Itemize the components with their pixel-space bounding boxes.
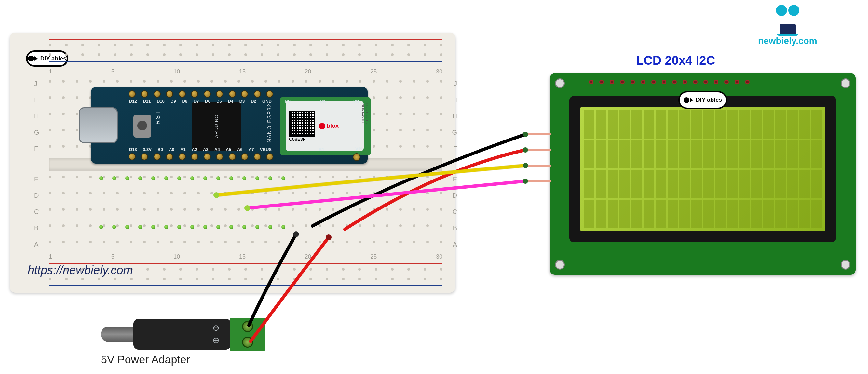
pin-label: D4 (228, 99, 233, 104)
pin-label: D13 (129, 147, 137, 152)
qr-code-icon (289, 111, 315, 136)
pin-label: TX1 (352, 99, 360, 104)
row-label: D (453, 192, 457, 199)
pin-label: D10 (157, 99, 165, 104)
lcd-bezel (569, 96, 836, 242)
arduino-pins-bottom (128, 153, 273, 160)
lcd-title: LCD 20x4 I2C (636, 54, 715, 68)
polarity-plus-icon: ⊕ (210, 335, 222, 345)
module-model: NORA-W106 (361, 103, 365, 124)
pin-label: A5 (226, 147, 231, 152)
usb-c-icon (79, 107, 118, 143)
col-num: 5 (111, 253, 115, 260)
row-label: J (454, 80, 457, 88)
breadboard-top-rail (49, 39, 442, 62)
pin-label: 3.3V (143, 147, 152, 152)
site-url: https://newbiely.com (28, 263, 133, 277)
screw-icon (841, 79, 850, 88)
row-label: B (453, 224, 457, 232)
row-label: A (453, 241, 457, 248)
adapter-body: ⊖ ⊕ (133, 319, 231, 350)
diyables-text: DIY ables (696, 97, 722, 102)
pin-label: RST (285, 99, 293, 104)
laptop-icon (779, 24, 796, 34)
lcd-20x4-i2c: DIY ables (550, 73, 856, 275)
pin-label: A6 (237, 147, 243, 152)
row-label: E (34, 176, 38, 183)
pin-label: D9 (170, 99, 176, 104)
board-variant: NANO ESP32 (267, 103, 272, 143)
pin-label: A1 (180, 147, 186, 152)
lcd-screen (580, 107, 825, 231)
adapter-label: 5V Power Adapter (101, 353, 190, 366)
row-label: I (34, 96, 36, 104)
screw-icon (555, 260, 565, 270)
pin-label: D3 (240, 99, 245, 104)
row-label: I (455, 96, 457, 104)
polarity-minus-icon: ⊖ (210, 323, 222, 333)
reset-label: RST (155, 110, 161, 125)
row-label: H (453, 113, 457, 120)
col-num: 1 (49, 253, 52, 260)
qr-value: C08E3F (289, 136, 315, 142)
pin-label: A3 (203, 147, 209, 152)
row-label: A (34, 241, 38, 248)
owl-icon (775, 5, 801, 23)
power-adapter: ⊖ ⊕ (101, 315, 270, 353)
diyables-logo-icon (684, 97, 689, 103)
screw-icon (555, 79, 565, 88)
col-num: 10 (174, 253, 180, 260)
ublox-dot-icon (319, 123, 326, 129)
mcu-chip-icon: ARDUINO (192, 102, 241, 151)
col-num: 15 (239, 253, 246, 260)
pin-label: D11 (143, 99, 151, 104)
pin-label: B0 (157, 147, 163, 152)
row-label: F (453, 145, 457, 153)
row-label: J (34, 80, 37, 88)
reset-button[interactable] (133, 115, 151, 137)
col-num: 10 (174, 68, 180, 75)
lcd-pin-gnd (525, 133, 552, 135)
pin-label: VBUS (260, 147, 272, 152)
col-num: 20 (305, 68, 311, 75)
barrel-jack-icon (101, 326, 133, 342)
row-label: D (34, 192, 39, 199)
pin-label: RX0 (318, 99, 326, 104)
pin-label: A2 (192, 147, 197, 152)
row-label: B (34, 224, 38, 232)
row-label: E (453, 176, 457, 183)
col-num: 5 (111, 68, 115, 75)
row-label: C (453, 208, 457, 216)
ublox-logo: blox (319, 123, 346, 129)
row-label: G (452, 129, 457, 136)
pin-label: A0 (169, 147, 175, 152)
vin-pin (353, 153, 361, 161)
lcd-pin-scl (525, 180, 552, 182)
screw-terminal (230, 318, 266, 351)
pin-label: D7 (193, 99, 199, 104)
pin-label: D8 (182, 99, 188, 104)
col-num: 15 (239, 68, 246, 75)
diyables-badge-lcd: DIY ables (678, 91, 727, 109)
pin-label: D5 (216, 99, 222, 104)
pin-label: A7 (249, 147, 254, 152)
lcd-pin-sda (525, 164, 552, 166)
pin-label: D2 (251, 99, 256, 104)
pin-label: D12 (129, 99, 137, 104)
pin-label: GND (262, 99, 272, 104)
newbiely-brand: newbiely.com (758, 5, 817, 46)
screw-icon (841, 260, 850, 270)
module-code: 008-0022/15 (365, 103, 369, 124)
col-num: 1 (49, 68, 52, 75)
col-num: 30 (436, 253, 442, 260)
row-label: H (34, 113, 39, 120)
col-num: 30 (436, 68, 442, 75)
chip-brand: ARDUINO (214, 115, 219, 138)
col-num: 25 (370, 253, 377, 260)
col-num: 25 (370, 68, 377, 75)
vin-label: VIN (355, 146, 363, 151)
arduino-pins-top (128, 90, 273, 98)
row-label: F (34, 145, 38, 153)
pin-label: B1 (319, 147, 324, 152)
row-label: G (34, 129, 39, 136)
